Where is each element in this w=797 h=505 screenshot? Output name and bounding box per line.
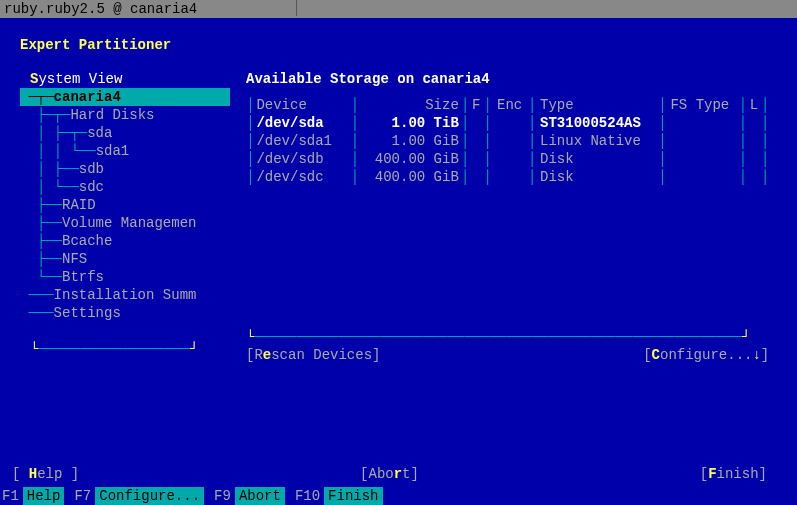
- col-size: 400.00 GiB: [359, 150, 461, 168]
- col-size: 400.00 GiB: [359, 168, 461, 186]
- col-enc: [492, 132, 528, 150]
- col-size: Size: [359, 96, 461, 114]
- col-type: Disk: [536, 168, 658, 186]
- tree-item[interactable]: │ └──sdc: [20, 178, 230, 196]
- abort-button[interactable]: [Abort]: [360, 465, 419, 483]
- table-row[interactable]: │/dev/sda│1.00 TiB│││ST31000524AS│││: [246, 114, 769, 132]
- tree-item[interactable]: ├──Bcache: [20, 232, 230, 250]
- col-enc: [492, 150, 528, 168]
- tree-branch-icon: │ ├──: [20, 161, 79, 177]
- col-l: [747, 168, 761, 186]
- fkey-label: Help: [23, 487, 65, 505]
- help-button[interactable]: [ Help ]: [12, 465, 79, 483]
- tree-branch-icon: ├──: [20, 251, 62, 267]
- tree-item-label: sdc: [79, 179, 104, 195]
- col-f: F: [469, 96, 483, 114]
- tree-item-label: sdb: [79, 161, 104, 177]
- tree-branch-icon: │ │ └──: [20, 143, 96, 159]
- col-size: 1.00 GiB: [359, 132, 461, 150]
- tree-branch-icon: │ ├─┬─: [20, 125, 87, 141]
- col-size: 1.00 TiB: [359, 114, 461, 132]
- tree-item-label: NFS: [62, 251, 87, 267]
- col-fstype: [666, 132, 738, 150]
- col-type: Disk: [536, 150, 658, 168]
- col-fstype: [666, 114, 738, 132]
- storage-table[interactable]: │Device │Size │F │Enc │Type │FS Type │L …: [246, 96, 769, 186]
- table-row[interactable]: │/dev/sda1│1.00 GiB│││Linux Native│││: [246, 132, 769, 150]
- tree-item[interactable]: ├──NFS: [20, 250, 230, 268]
- col-l: [747, 114, 761, 132]
- col-f: [469, 114, 483, 132]
- tree-item[interactable]: └──Btrfs: [20, 268, 230, 286]
- device-tree[interactable]: ─┬─canaria4 ├─┬─Hard Disks │ ├─┬─sda │ │…: [20, 88, 230, 322]
- fkey-f7[interactable]: F7Configure...: [74, 487, 204, 505]
- fkey-f1[interactable]: F1Help: [2, 487, 64, 505]
- fkey-key: F1: [2, 487, 23, 505]
- footer-buttons: [ Help ] [Abort] [Finish]: [0, 465, 797, 483]
- table-actions: [Rescan Devices] [Configure...↓]: [246, 346, 769, 364]
- tree-branch-icon: ───: [20, 287, 54, 303]
- tree-item-label: sda1: [96, 143, 130, 159]
- system-view-panel: System View ─┬─canaria4 ├─┬─Hard Disks │…: [20, 70, 230, 364]
- tree-branch-icon: └──: [20, 269, 62, 285]
- fkey-f10[interactable]: F10Finish: [295, 487, 383, 505]
- col-enc: Enc: [492, 96, 528, 114]
- cursor-icon: ⎸: [296, 0, 314, 16]
- fkey-label: Configure...: [95, 487, 204, 505]
- tree-branch-icon: ─┬─: [20, 89, 54, 105]
- tree-item[interactable]: │ ├─┬─sda: [20, 124, 230, 142]
- tree-item[interactable]: ├─┬─Hard Disks: [20, 106, 230, 124]
- col-device: /dev/sda: [254, 114, 350, 132]
- tree-item-label: Btrfs: [62, 269, 104, 285]
- col-enc: [492, 168, 528, 186]
- tree-item-label: Settings: [54, 305, 121, 321]
- tree-item-label: RAID: [62, 197, 96, 213]
- main-area: System View ─┬─canaria4 ├─┬─Hard Disks │…: [0, 54, 797, 364]
- tree-item[interactable]: ├──RAID: [20, 196, 230, 214]
- tree-item[interactable]: ───Installation Summ: [20, 286, 230, 304]
- function-key-bar: F1HelpF7Configure...F9AbortF10Finish: [0, 487, 797, 505]
- tree-branch-icon: ├──: [20, 215, 62, 231]
- titlebar-text: ruby.ruby2.5 @ canaria4: [4, 0, 197, 18]
- fkey-key: F7: [74, 487, 95, 505]
- tree-item-label: canaria4: [54, 89, 121, 105]
- tree-branch-icon: ├──: [20, 233, 62, 249]
- tree-item[interactable]: │ │ └──sda1: [20, 142, 230, 160]
- fkey-label: Abort: [235, 487, 285, 505]
- tree-item-label: sda: [87, 125, 112, 141]
- fkey-key: F9: [214, 487, 235, 505]
- tree-item[interactable]: │ ├──sdb: [20, 160, 230, 178]
- storage-title: Available Storage on canaria4: [246, 70, 769, 88]
- table-row[interactable]: │/dev/sdb│400.00 GiB│││Disk│││: [246, 150, 769, 168]
- col-device: /dev/sda1: [254, 132, 350, 150]
- finish-button[interactable]: [Finish]: [700, 465, 767, 483]
- col-f: [469, 150, 483, 168]
- col-enc: [492, 114, 528, 132]
- page-title: Expert Partitioner: [0, 18, 797, 54]
- right-scrollbar[interactable]: └───────────────────────────────────────…: [246, 186, 769, 346]
- col-fstype: [666, 150, 738, 168]
- col-fstype: FS Type: [666, 96, 738, 114]
- tree-branch-icon: ───: [20, 305, 54, 321]
- left-scrollbar[interactable]: └──────────────────┘: [20, 340, 230, 358]
- fkey-key: F10: [295, 487, 324, 505]
- window-titlebar: ruby.ruby2.5 @ canaria4 ⎸: [0, 0, 797, 18]
- tree-item[interactable]: ─┬─canaria4: [20, 88, 230, 106]
- col-l: [747, 150, 761, 168]
- chevron-down-icon: ↓: [752, 347, 760, 363]
- table-row[interactable]: │/dev/sdc│400.00 GiB│││Disk│││: [246, 168, 769, 186]
- tree-item[interactable]: ───Settings: [20, 304, 230, 322]
- tree-branch-icon: ├──: [20, 197, 62, 213]
- fkey-label: Finish: [324, 487, 382, 505]
- configure-button[interactable]: [Configure...↓]: [643, 346, 769, 364]
- col-f: [469, 132, 483, 150]
- table-header-row: │Device │Size │F │Enc │Type │FS Type │L …: [246, 96, 769, 114]
- col-type: Linux Native: [536, 132, 658, 150]
- system-view-title: System View: [20, 70, 230, 88]
- fkey-f9[interactable]: F9Abort: [214, 487, 285, 505]
- rescan-devices-button[interactable]: [Rescan Devices]: [246, 346, 380, 364]
- col-f: [469, 168, 483, 186]
- tree-item[interactable]: ├──Volume Managemen: [20, 214, 230, 232]
- tree-branch-icon: ├─┬─: [20, 107, 70, 123]
- col-device: /dev/sdc: [254, 168, 350, 186]
